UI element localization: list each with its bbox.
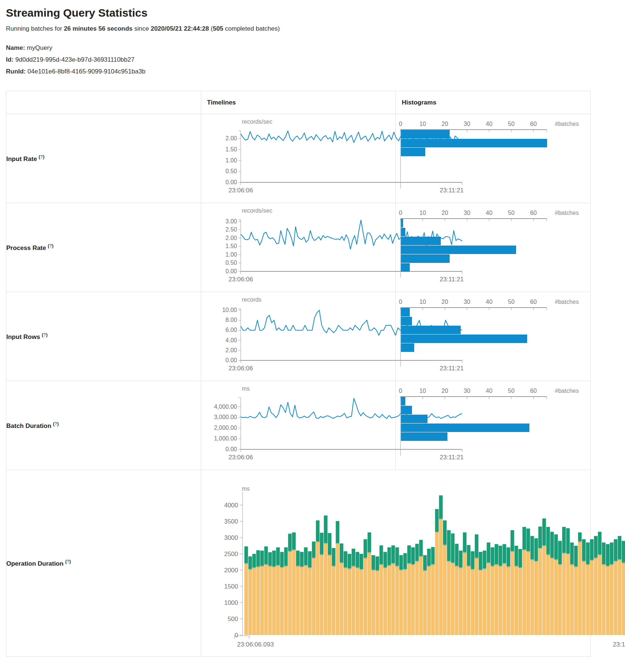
input-rows-histogram-cell: 0102030405060#batches <box>396 292 591 381</box>
op-bar-segment <box>598 555 601 555</box>
op-bar-segment <box>371 570 375 571</box>
op-bar-segment <box>618 536 621 559</box>
op-bar-segment <box>582 539 585 561</box>
query-id-label: Id: <box>6 56 14 63</box>
op-bar-segment <box>443 546 447 635</box>
op-bar-segment <box>550 559 554 635</box>
y-tick-label: 1.00 <box>226 251 237 258</box>
op-bar-segment <box>260 567 264 635</box>
op-bar-segment <box>463 553 466 635</box>
op-bar-segment <box>566 555 570 635</box>
op-bar-segment <box>320 555 323 555</box>
op-bar-segment <box>511 551 514 552</box>
operation-duration-label: Operation Duration <box>6 560 63 567</box>
op-bar-segment <box>351 549 355 566</box>
op-bar-segment <box>526 551 530 552</box>
op-bar-segment <box>304 566 308 566</box>
op-bar-segment <box>268 566 272 567</box>
op-bar-segment <box>463 532 466 552</box>
op-bar-segment <box>363 559 367 635</box>
op-bar-segment <box>272 567 276 568</box>
op-bar-segment <box>606 567 609 567</box>
input-rate-help-icon[interactable]: (?) <box>39 154 44 160</box>
op-bar-segment <box>495 564 498 565</box>
op-bar-segment <box>367 552 371 553</box>
op-bar-segment <box>614 562 617 562</box>
op-bar-segment <box>300 568 303 635</box>
row-label-input-rate: Input Rate (?) <box>6 114 201 203</box>
op-bar-segment <box>304 565 308 566</box>
op-bar-segment <box>522 550 526 551</box>
op-bar-segment <box>312 559 316 559</box>
op-bar-segment <box>360 570 363 635</box>
op-bar-segment <box>602 542 605 564</box>
operation-duration-help-icon[interactable]: (?) <box>65 559 71 564</box>
op-bar-segment <box>300 552 303 566</box>
y-tick-label: 1.50 <box>226 243 237 249</box>
summary-prefix: Running batches for <box>6 25 64 32</box>
op-bar-segment <box>256 567 260 568</box>
hist-bar <box>401 139 547 147</box>
op-bar-segment <box>347 554 351 568</box>
batch-duration-help-icon[interactable]: (?) <box>53 421 59 426</box>
op-bar-segment <box>455 566 459 567</box>
process-rate-histogram-cell: 0102030405060#batches <box>396 203 591 292</box>
op-bar-segment <box>574 568 578 635</box>
op-bar-segment <box>570 564 574 565</box>
hist-x-tick-label: 30 <box>464 210 470 216</box>
op-bar-segment <box>363 539 367 558</box>
op-bar-segment <box>483 569 486 570</box>
op-bar-segment <box>542 545 546 546</box>
y-tick-label: 3,000.00 <box>214 414 237 420</box>
op-bar-segment <box>419 556 423 557</box>
op-bar-segment <box>264 565 268 635</box>
op-bar-segment <box>471 570 474 635</box>
op-bar-segment <box>546 555 550 556</box>
op-bar-segment <box>578 542 581 543</box>
statistics-table: Timelines Histograms Input Rate (?) reco… <box>6 91 591 657</box>
query-name-label: Name: <box>6 44 25 51</box>
hist-bar <box>401 317 412 325</box>
op-bar-segment <box>252 554 256 568</box>
op-bar-segment <box>395 567 399 567</box>
hist-x-tick-label: 30 <box>464 388 470 394</box>
completed-batches-count: 505 <box>213 25 223 32</box>
op-bar-segment <box>451 534 454 563</box>
op-bar-segment <box>558 565 562 635</box>
op-bar-segment <box>324 543 327 544</box>
op-bar-segment <box>610 564 614 565</box>
y-tick-label: 0.00 <box>226 357 237 363</box>
op-bar-segment <box>439 520 443 635</box>
timeline-unit-label: records <box>242 296 261 303</box>
op-bar-segment <box>308 551 312 568</box>
hist-bar <box>401 406 412 414</box>
query-runid-label: RunId: <box>6 68 26 75</box>
op-bar-segment <box>590 561 594 635</box>
op-bar-segment <box>360 570 363 570</box>
op-bar-segment <box>614 562 617 562</box>
op-bar-segment <box>375 571 379 572</box>
op-bar-segment <box>248 570 252 570</box>
op-bar-segment <box>598 555 601 635</box>
op-bar-segment <box>514 566 518 567</box>
query-meta: Name: myQuery Id: 9d0dd219-995d-423e-b97… <box>6 42 625 78</box>
op-bar-segment <box>598 555 601 555</box>
op-bar-segment <box>578 542 581 542</box>
op-bar-segment <box>268 566 272 566</box>
op-bar-segment <box>554 560 558 560</box>
op-bar-segment <box>594 559 598 635</box>
op-bar-segment <box>264 564 268 565</box>
op-bar-segment <box>371 570 375 570</box>
op-bar-segment <box>491 547 494 566</box>
op-bar-segment <box>435 532 439 533</box>
op-bar-segment <box>276 547 280 565</box>
op-bar-segment <box>328 533 332 555</box>
process-rate-help-icon[interactable]: (?) <box>48 243 53 248</box>
query-name-value: myQuery <box>27 44 52 51</box>
op-bar-segment <box>594 536 598 558</box>
op-bar-segment <box>506 567 510 568</box>
op-bar-segment <box>383 569 387 635</box>
input-rows-help-icon[interactable]: (?) <box>42 332 47 337</box>
op-bar-segment <box>427 566 431 566</box>
op-bar-segment <box>360 569 363 570</box>
